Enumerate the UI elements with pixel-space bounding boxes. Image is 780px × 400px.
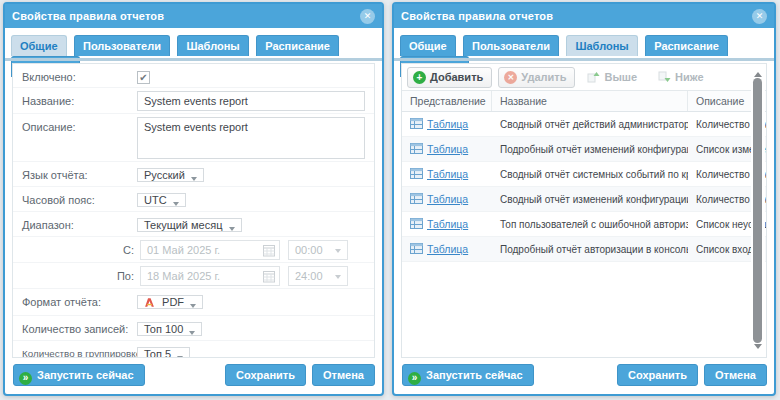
to-label: По:: [108, 270, 134, 282]
play-icon: »: [19, 372, 32, 385]
tab-general[interactable]: Общие: [400, 35, 456, 56]
records-label: Количество записей:: [22, 319, 137, 335]
template-name: Сводный отчёт действий администраторов: [492, 119, 688, 130]
template-name: Сводный отчёт изменений конфигурации п..…: [492, 194, 688, 205]
dialog-title: Свойства правила отчетов: [401, 10, 553, 22]
table-row[interactable]: Таблица Подробный отчёт изменений конфиг…: [402, 137, 766, 162]
add-button[interactable]: +Добавить: [407, 67, 492, 88]
language-label: Язык отчёта:: [22, 165, 137, 181]
remove-button[interactable]: ✕Удалить: [498, 67, 575, 88]
to-date-value: 18 Май 2025 г.: [147, 270, 220, 282]
format-select[interactable]: PDF: [137, 295, 203, 309]
tab-templates[interactable]: Шаблоны: [566, 35, 637, 56]
format-label: Формат отчёта:: [22, 292, 137, 308]
arrow-up-icon: [587, 71, 600, 83]
close-icon[interactable]: ✕: [360, 9, 375, 24]
calendar-icon[interactable]: [263, 244, 275, 262]
tab-users[interactable]: Пользователи: [463, 35, 559, 56]
dialog-footer: »Запустить сейчас Сохранить Отмена: [12, 364, 375, 388]
form-row-date-from: С: 01 Май 2025 г. 00:00: [13, 237, 374, 263]
table-icon: [410, 218, 423, 231]
close-icon[interactable]: ✕: [752, 9, 767, 24]
timezone-select[interactable]: UTC: [137, 193, 186, 207]
header-representation[interactable]: Представление: [402, 91, 492, 111]
records-select[interactable]: Топ 100: [137, 322, 202, 336]
grouping-label: Количество в группировке: (если применим…: [22, 344, 137, 358]
header-name[interactable]: Название: [492, 91, 688, 111]
scroll-down-icon[interactable]: [754, 344, 762, 353]
view-link[interactable]: Таблица: [427, 243, 468, 255]
tab-general[interactable]: Общие: [11, 35, 67, 56]
dialog-titlebar[interactable]: Свойства правила отчетов ✕: [5, 4, 382, 28]
plus-icon: +: [413, 71, 426, 84]
table-row[interactable]: Таблица Сводный отчёт изменений конфигур…: [402, 187, 766, 212]
tab-schedule[interactable]: Расписание: [645, 35, 728, 56]
table-icon: [410, 143, 423, 156]
table-row[interactable]: Таблица Подробный отчёт авторизации в ко…: [402, 237, 766, 262]
form-row-range: Диапазон: Текущий месяц: [13, 212, 374, 237]
grid-toolbar: +Добавить ✕Удалить Выше Ниже: [402, 64, 766, 91]
tab-users[interactable]: Пользователи: [74, 35, 170, 56]
name-label: Название:: [22, 91, 137, 107]
save-button[interactable]: Сохранить: [617, 364, 698, 386]
table-icon: [410, 118, 423, 131]
table-icon: [410, 168, 423, 181]
grouping-select[interactable]: Топ 5: [137, 347, 190, 358]
tab-schedule[interactable]: Расписание: [256, 35, 339, 56]
move-up-button[interactable]: Выше: [581, 67, 646, 88]
table-header: Представление Название Описание: [402, 91, 766, 112]
template-name: Подробный отчёт авторизации в консоль: [492, 244, 688, 255]
form-row-records: Количество записей: Топ 100: [13, 316, 374, 341]
template-name: Сводный отчёт системных событий по кри..…: [492, 169, 688, 180]
template-name: Подробный отчёт изменений конфигурации: [492, 144, 688, 155]
tab-bar: Общие Пользователи Шаблоны Расписание До…: [5, 28, 382, 61]
enabled-checkbox[interactable]: ✔: [137, 71, 150, 84]
table-row[interactable]: Таблица Топ пользователей с ошибочной ав…: [402, 212, 766, 237]
table-icon: [410, 193, 423, 206]
form-row-language: Язык отчёта: Русский: [13, 162, 374, 187]
tab-bar: Общие Пользователи Шаблоны Расписание До…: [394, 28, 774, 61]
play-icon: »: [408, 372, 421, 385]
cancel-button[interactable]: Отмена: [704, 364, 767, 386]
templates-grid-panel: +Добавить ✕Удалить Выше Ниже Представлен…: [401, 63, 767, 358]
from-time-select[interactable]: 00:00: [288, 240, 348, 260]
tab-templates[interactable]: Шаблоны: [177, 35, 248, 56]
from-date-value: 01 Май 2025 г.: [147, 244, 220, 256]
vertical-scrollbar[interactable]: [751, 65, 765, 356]
range-select[interactable]: Текущий месяц: [137, 218, 242, 232]
form-row-grouping: Количество в группировке: (если применим…: [13, 341, 374, 358]
range-label: Диапазон:: [22, 215, 137, 231]
run-now-button[interactable]: »Запустить сейчас: [402, 364, 534, 386]
cancel-button[interactable]: Отмена: [312, 364, 375, 386]
from-date-input[interactable]: 01 Май 2025 г.: [140, 240, 280, 260]
form-row-timezone: Часовой пояс: UTC: [13, 187, 374, 212]
run-now-button[interactable]: »Запустить сейчас: [13, 364, 145, 386]
timezone-label: Часовой пояс:: [22, 190, 137, 206]
table-row[interactable]: Таблица Сводный отчёт действий администр…: [402, 112, 766, 137]
table-icon: [410, 243, 423, 256]
dialog-title: Свойства правила отчетов: [12, 10, 164, 22]
name-input[interactable]: [137, 91, 365, 111]
scrollbar-thumb[interactable]: [753, 78, 762, 343]
scroll-up-icon[interactable]: [754, 68, 762, 77]
view-link[interactable]: Таблица: [427, 218, 468, 230]
view-link[interactable]: Таблица: [427, 193, 468, 205]
report-rule-dialog-general: Свойства правила отчетов ✕ Общие Пользов…: [3, 2, 384, 396]
save-button[interactable]: Сохранить: [225, 364, 306, 386]
to-date-input[interactable]: 18 Май 2025 г.: [140, 266, 280, 286]
view-link[interactable]: Таблица: [427, 118, 468, 130]
language-select[interactable]: Русский: [137, 168, 204, 182]
form-row-enabled: Включено: ✔: [13, 64, 374, 88]
from-label: С:: [108, 244, 134, 256]
to-time-select[interactable]: 24:00: [288, 266, 348, 286]
move-down-button[interactable]: Ниже: [652, 67, 712, 88]
table-row[interactable]: Таблица Сводный отчёт системных событий …: [402, 162, 766, 187]
description-textarea[interactable]: System events report: [137, 117, 365, 159]
view-link[interactable]: Таблица: [427, 168, 468, 180]
calendar-icon[interactable]: [263, 270, 275, 288]
delete-icon: ✕: [504, 71, 517, 84]
view-link[interactable]: Таблица: [427, 143, 468, 155]
dialog-titlebar[interactable]: Свойства правила отчетов ✕: [394, 4, 774, 28]
form-row-format: Формат отчёта: PDF: [13, 289, 374, 316]
dialog-footer: »Запустить сейчас Сохранить Отмена: [401, 364, 767, 388]
